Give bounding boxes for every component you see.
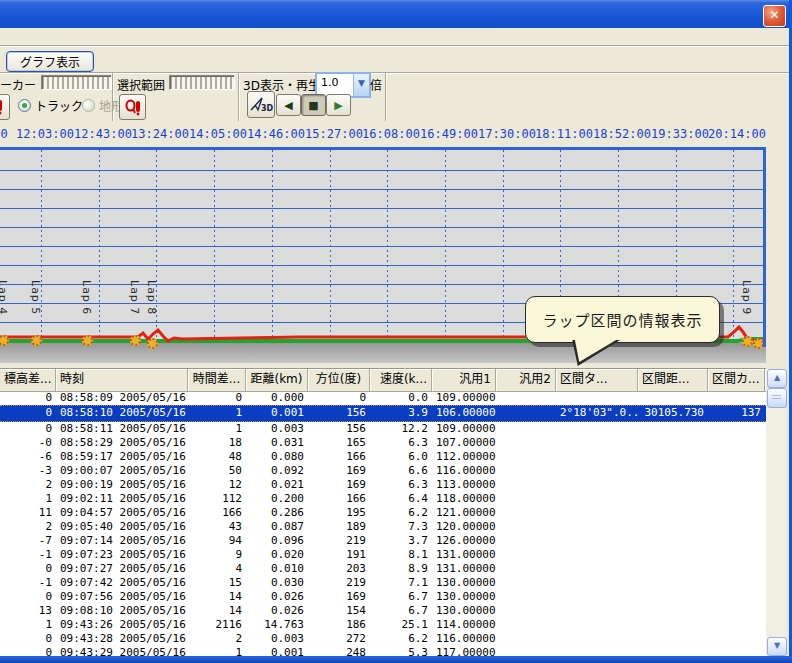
table-row[interactable]: 009:43:28 2005/05/1620.0032726.2116.0000… <box>0 632 766 646</box>
table-cell: 09:43:26 2005/05/16 <box>56 618 188 632</box>
table-cell <box>556 520 638 534</box>
table-cell <box>638 422 708 436</box>
table-cell <box>496 436 556 450</box>
play-forward-button[interactable]: ▶ <box>326 94 351 116</box>
3d-view-button[interactable]: 3D <box>247 91 275 118</box>
column-header[interactable]: 標高差... <box>0 369 56 391</box>
table-row[interactable]: 009:07:27 2005/05/1640.0102038.9131.0000… <box>0 562 766 576</box>
table-row[interactable]: 109:43:26 2005/05/16211614.76318625.1114… <box>0 618 766 632</box>
speed-unit-label: 倍 <box>370 76 382 93</box>
table-row[interactable]: 008:58:09 2005/05/1600.00000.0109.00000.… <box>0 391 766 405</box>
column-header[interactable]: 方位(度) <box>308 369 370 391</box>
table-cell <box>708 391 765 405</box>
graph-display-button[interactable]: グラフ表示 <box>6 51 94 72</box>
column-header[interactable]: 区間カ... <box>708 369 765 391</box>
table-cell <box>496 450 556 464</box>
lap-marker-button[interactable] <box>119 94 146 120</box>
table-cell <box>556 506 638 520</box>
table-row[interactable]: 008:58:11 2005/05/1610.00315612.2109.000… <box>0 422 766 436</box>
column-header[interactable]: 区間距... <box>638 369 708 391</box>
timeline-label: 16:49:00 <box>420 127 478 141</box>
scroll-up-button[interactable]: ▲ <box>767 369 787 388</box>
lap-marker[interactable] <box>82 335 93 346</box>
table-cell: 08:58:11 2005/05/16 <box>56 422 188 436</box>
column-header[interactable]: 汎用2 <box>496 369 556 391</box>
vertical-scrollbar[interactable]: ▲ ▼ <box>766 369 786 656</box>
selection-range-gauge[interactable] <box>169 75 235 90</box>
table-row[interactable]: -109:07:23 2005/05/1690.0201918.1131.000… <box>0 548 766 562</box>
chevron-down-icon[interactable]: ▼ <box>353 74 369 96</box>
table-row[interactable]: 109:02:11 2005/05/161120.2001666.4118.00… <box>0 492 766 506</box>
play-backward-button[interactable]: ◀ <box>276 94 301 116</box>
table-cell: 1 <box>0 618 56 632</box>
table-cell: 94 <box>188 534 246 548</box>
table-row[interactable]: 008:58:10 2005/05/1610.0011563.9106.0000… <box>0 405 766 422</box>
table-cell: 0.021 <box>246 478 308 492</box>
lap-marker[interactable] <box>31 335 42 346</box>
timeline-label: 14:46:00 <box>247 127 305 141</box>
table-cell: 6.2 <box>370 632 432 646</box>
table-cell: 6.7 <box>370 604 432 618</box>
scrollbar-thumb[interactable] <box>767 388 787 408</box>
timeline-label: 16:08:00 <box>362 127 420 141</box>
table-cell: 1 <box>0 492 56 506</box>
toolbar-separator <box>385 73 387 121</box>
table-cell: 131.00000... <box>432 548 496 562</box>
table-row[interactable]: -008:58:29 2005/05/16180.0311656.3107.00… <box>0 436 766 450</box>
table-cell <box>496 590 556 604</box>
table-row[interactable]: -608:59:17 2005/05/16480.0801666.0112.00… <box>0 450 766 464</box>
timeline-label: 17:30:00 <box>478 127 536 141</box>
table-cell: 0.286 <box>246 506 308 520</box>
table-cell: 203 <box>308 562 370 576</box>
table-cell: 0.080 <box>246 450 308 464</box>
3d-button-label: 3D <box>261 104 273 113</box>
table-row[interactable]: -109:07:42 2005/05/16150.0302197.1130.00… <box>0 576 766 590</box>
lap-marker[interactable] <box>742 336 753 347</box>
table-row[interactable]: -709:07:14 2005/05/16940.0962193.7126.00… <box>0 534 766 548</box>
table-cell: 0 <box>0 391 56 405</box>
stop-button[interactable]: ■ <box>301 94 326 116</box>
column-header[interactable]: 速度(k... <box>370 369 432 391</box>
table-cell <box>638 450 708 464</box>
timeline-label: 20:14:00 <box>708 127 766 141</box>
table-cell: 169 <box>308 478 370 492</box>
column-header[interactable]: 汎用1 <box>432 369 496 391</box>
table-cell: 09:07:27 2005/05/16 <box>56 562 188 576</box>
scroll-down-button[interactable]: ▼ <box>767 637 787 656</box>
marker-label: ーカー <box>0 76 36 93</box>
table-cell: 6.2 <box>370 506 432 520</box>
table-cell: -1 <box>0 576 56 590</box>
table-row[interactable]: -309:00:07 2005/05/16500.0921696.6116.00… <box>0 464 766 478</box>
lap-marker[interactable] <box>130 335 141 346</box>
table-cell <box>638 534 708 548</box>
terrain-radio[interactable]: 地形 <box>82 97 123 114</box>
table-cell <box>556 562 638 576</box>
table-row[interactable]: 209:05:40 2005/05/16430.0871897.3120.000… <box>0 520 766 534</box>
table-cell: 08:58:29 2005/05/16 <box>56 436 188 450</box>
column-header[interactable]: 時刻 <box>56 369 188 391</box>
table-cell: 6.7 <box>370 590 432 604</box>
column-header[interactable]: 距離(km) <box>246 369 308 391</box>
table-row[interactable]: 009:07:56 2005/05/16140.0261696.7130.000… <box>0 590 766 604</box>
table-cell <box>496 406 556 421</box>
table-cell: 106.00000... <box>432 406 496 421</box>
table-cell: 43 <box>188 520 246 534</box>
table-row[interactable]: 209:00:19 2005/05/16120.0211696.3113.000… <box>0 478 766 492</box>
marker-gauge[interactable] <box>41 75 112 90</box>
close-button[interactable]: ✕ <box>763 5 786 27</box>
table-cell: 3.9 <box>370 406 432 421</box>
column-header[interactable]: 区間タ... <box>556 369 638 391</box>
table-cell: 0.010 <box>246 562 308 576</box>
table-cell: 219 <box>308 576 370 590</box>
table-cell <box>496 604 556 618</box>
column-header[interactable]: 時間差... <box>188 369 246 391</box>
table-row[interactable]: 1109:04:57 2005/05/161660.2861956.2121.0… <box>0 506 766 520</box>
lap-marker[interactable] <box>147 338 158 349</box>
lap-label: Lap 9 <box>740 280 753 332</box>
application-window: ✕ グラフ表示 ーカー 選択範囲 3D表示・再生 1.0 ▼ 倍 トラック <box>0 0 792 663</box>
table-cell <box>638 562 708 576</box>
table-row[interactable]: 1309:08:10 2005/05/16140.0261546.7130.00… <box>0 604 766 618</box>
track-radio[interactable]: トラック <box>18 97 83 114</box>
marker-tool-button[interactable] <box>0 94 10 120</box>
table-cell: 3.7 <box>370 534 432 548</box>
